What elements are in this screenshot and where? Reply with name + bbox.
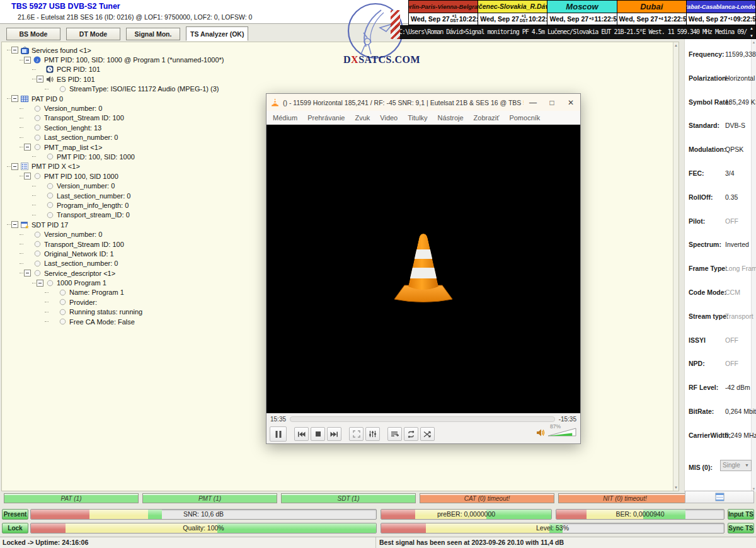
- dot-icon: [45, 182, 54, 190]
- note-icon: ♪: [33, 56, 42, 64]
- vlc-menu-pomocn-k[interactable]: Pomocník: [504, 114, 545, 122]
- tree-node-label: Running status: running: [69, 308, 142, 316]
- console-scrollbar[interactable]: ▲▼: [748, 26, 755, 38]
- vlc-menu-zvuk[interactable]: Zvuk: [350, 114, 375, 122]
- playlist-icon: [391, 431, 399, 438]
- tab-ts-analyzer-ok-[interactable]: TS Analyzer (OK): [186, 26, 248, 41]
- tree-node[interactable]: Services found <1>: [2, 45, 679, 55]
- dst-flag: DST: [520, 19, 528, 23]
- vlc-cone-icon: [270, 98, 280, 107]
- param-label: Standard:: [689, 122, 719, 129]
- previous-button[interactable]: [294, 427, 309, 441]
- vlc-menu-m-dium[interactable]: Médium: [268, 114, 302, 122]
- param-value: DVB-S: [725, 122, 745, 129]
- dot-icon: [33, 114, 42, 122]
- remaining-time[interactable]: -15:35: [559, 416, 576, 423]
- dot-icon: [33, 124, 42, 132]
- collapse-toggle-icon[interactable]: [37, 280, 43, 287]
- tree-connector: [20, 118, 23, 118]
- vlc-menu-prehr-vanie[interactable]: Prehrávanie: [302, 114, 350, 122]
- tree-connector: [7, 166, 11, 167]
- tree-node[interactable]: StreamType: ISO/IEC 11172 Audio (MPEG-1)…: [2, 84, 679, 94]
- maximize-button[interactable]: □: [542, 94, 561, 111]
- clock-date: Wed, Sep 27: [480, 15, 519, 23]
- psi-bar-nit: NIT (0) timeout!: [558, 493, 692, 503]
- clock-hms: 09:22:55: [733, 15, 756, 23]
- tree-connector: [20, 244, 23, 244]
- param-row: Pilot:OFF: [685, 211, 756, 235]
- equalizer-button[interactable]: [365, 427, 380, 441]
- tree-scrollbar[interactable]: ▲▼: [673, 42, 679, 491]
- collapse-toggle-icon[interactable]: [24, 173, 31, 180]
- pause-button[interactable]: [270, 426, 287, 442]
- vlc-menu-video[interactable]: Video: [375, 114, 403, 122]
- best-signal-status: Best signal has been seen at 2023-09-26 …: [376, 537, 756, 548]
- console-bar: C:\Users\Roman Dávid>Signal monitoring_P…: [395, 25, 756, 39]
- vlc-cone-logo: [391, 230, 456, 308]
- speaker-icon[interactable]: [536, 428, 545, 440]
- dot-icon: [33, 144, 42, 151]
- fullscreen-button[interactable]: [349, 427, 364, 441]
- collapse-toggle-icon[interactable]: [11, 221, 18, 228]
- meter-label: preBER: 0,0000000: [381, 510, 551, 518]
- param-label: Modulation:: [689, 146, 726, 153]
- scroll-down-icon[interactable]: ▼: [750, 34, 753, 38]
- collapse-toggle-icon[interactable]: [24, 57, 31, 64]
- vlc-menu-zobrazi-[interactable]: Zobraziť: [469, 114, 505, 122]
- tree-connector: [20, 176, 23, 176]
- param-value: OFF: [725, 360, 738, 367]
- tree-connector: [20, 137, 23, 138]
- tree-node[interactable]: ES PID: 101: [2, 74, 679, 84]
- param-row: Frequency:11599,338 MHz: [685, 44, 756, 68]
- tree-connector: [20, 253, 23, 254]
- mis-dropdown[interactable]: Single▼: [720, 460, 752, 471]
- param-label: Polarization:: [689, 74, 728, 82]
- stop-button[interactable]: [311, 427, 325, 441]
- mode-tabs: BS ModeDT ModeSignal Mon.TS Analyzer (OK…: [6, 28, 248, 41]
- param-value: 185,249 KS/s: [725, 98, 756, 106]
- dot-icon: [58, 318, 67, 326]
- tree-node-label: Version_number: 0: [57, 182, 115, 190]
- param-label: MIS (0):: [689, 464, 713, 471]
- world-clocks: Berlin-Paris-Vienna-BelgradeWed, Sep 27+…: [408, 0, 756, 25]
- tree-node-label: Provider:: [69, 299, 97, 306]
- collapse-toggle-icon[interactable]: [24, 144, 31, 151]
- playlist-button[interactable]: [387, 427, 402, 441]
- scroll-up-icon[interactable]: ▲: [750, 26, 753, 30]
- random-button[interactable]: [420, 427, 435, 441]
- loop-button[interactable]: [404, 427, 418, 441]
- collapse-toggle-icon[interactable]: [11, 95, 18, 102]
- next-button[interactable]: [327, 427, 341, 441]
- vlc-menu-n-stroje[interactable]: Nástroje: [433, 114, 469, 122]
- tab-dt-mode[interactable]: DT Mode: [66, 28, 120, 40]
- param-row: RollOff:0.35: [685, 187, 756, 211]
- tree-node[interactable]: PCR PID: 101: [2, 65, 679, 74]
- next-icon: [330, 431, 338, 438]
- clock-lu-enec-slovakia-r-d-vid: Lučenec-Slovakia_R.DávidWed, Sep 27+1DST…: [478, 1, 547, 25]
- clock-icon: [45, 66, 54, 73]
- close-button[interactable]: ✕: [561, 94, 580, 111]
- tree-node[interactable]: ♪PMT PID: 100, SID: 1000 @ Program 1 (*u…: [2, 55, 679, 64]
- ts-tables-button[interactable]: [685, 491, 754, 503]
- clock-date: Wed, Sep 27: [549, 15, 588, 23]
- minimize-button[interactable]: —: [524, 94, 542, 111]
- scroll-down-icon[interactable]: ▼: [674, 486, 678, 489]
- fullscreen-icon: [353, 430, 360, 438]
- vlc-controls: 87%: [266, 425, 580, 443]
- input-ts-indicator: Input TS: [728, 509, 754, 520]
- param-value: OFF: [725, 336, 738, 344]
- param-value: 3/4: [725, 169, 735, 177]
- tree-node-label: PMT PID: 100, SID: 1000 @ Program 1 (*un…: [44, 56, 224, 64]
- collapse-toggle-icon[interactable]: [11, 47, 18, 54]
- scroll-up-icon[interactable]: ▲: [674, 43, 678, 47]
- tree-node-label: PMT PID: 100, SID: 1000: [57, 153, 135, 161]
- tab-bs-mode[interactable]: BS Mode: [6, 28, 60, 40]
- collapse-toggle-icon[interactable]: [11, 163, 18, 170]
- tree-node-label: Last_section_number: 0: [44, 260, 118, 267]
- vlc-titlebar[interactable]: () - 11599 Horizontal 185,241 / RF: -45 …: [266, 94, 580, 111]
- collapse-toggle-icon[interactable]: [24, 270, 31, 277]
- seek-bar[interactable]: [290, 416, 555, 422]
- collapse-toggle-icon[interactable]: [37, 76, 43, 83]
- tab-signal-mon-[interactable]: Signal Mon.: [126, 28, 180, 40]
- vlc-menu-titulky[interactable]: Titulky: [403, 114, 432, 122]
